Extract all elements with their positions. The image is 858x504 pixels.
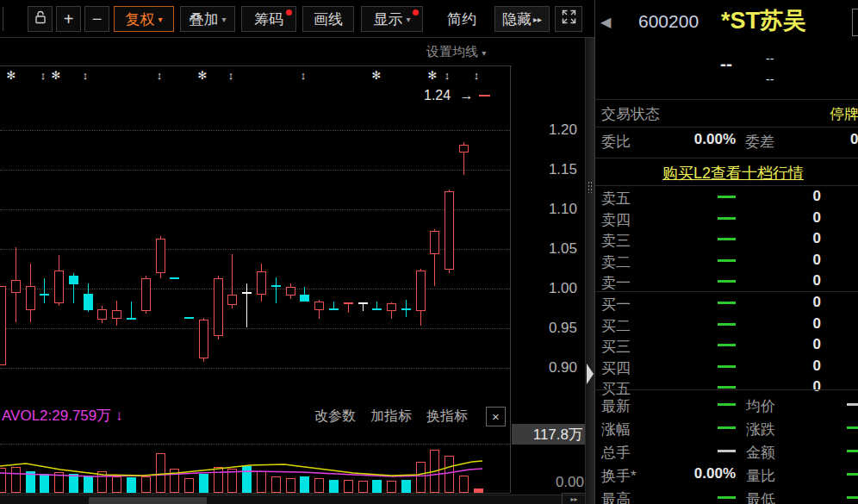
fullscreen-button[interactable] (555, 6, 582, 32)
display-button[interactable]: 显示 ▾ (361, 6, 423, 32)
price-dash (718, 344, 736, 346)
candle-body (199, 320, 208, 358)
price-tick-label: 0.95 (513, 320, 577, 337)
info-row: 涨幅涨跌 (595, 417, 858, 440)
candle-body (286, 287, 295, 296)
ex-rights-marker-icon[interactable]: ↕ (157, 69, 163, 82)
candle-body (372, 308, 382, 310)
zoom-out-button[interactable]: − (84, 6, 109, 32)
volume-bar (214, 467, 223, 493)
info-label: 总手 (601, 443, 631, 463)
queue-label: 卖五 (601, 189, 631, 208)
change-params-button[interactable]: 改参数 (314, 408, 356, 426)
buy-row[interactable]: 买二0 (595, 314, 858, 335)
expand-icon (562, 9, 576, 28)
queue-label: 买四 (601, 358, 631, 378)
info-row: 换手*0.00%量比 (595, 464, 858, 487)
horizontal-scrollbar[interactable] (0, 495, 586, 504)
annotation-price-tick (479, 95, 490, 96)
sell-row[interactable]: 卖四0 (595, 208, 858, 229)
ex-rights-marker-icon[interactable]: ↕ (40, 69, 47, 82)
announcement-marker-icon[interactable]: ✻ (7, 69, 16, 82)
display-label: 显示 (373, 9, 402, 29)
ma-settings-button[interactable]: 设置均线 ▾ (426, 44, 486, 60)
volume-min-label: 0.00 (517, 474, 584, 491)
sell-row[interactable]: 卖三0 (595, 229, 858, 250)
queue-volume-value: 0 (793, 230, 821, 247)
volume-bar (401, 480, 411, 493)
divider (595, 99, 858, 100)
switch-indicator-button[interactable]: 换指标 (426, 408, 468, 426)
sell-row[interactable]: 卖一0 (595, 271, 858, 292)
overlay-label: 叠加 (189, 9, 218, 29)
back-arrow-button[interactable]: ◀ (600, 14, 611, 30)
chart-header-divider (0, 65, 512, 66)
candle-body (445, 191, 454, 270)
sell-row[interactable]: 卖五0 (595, 187, 858, 208)
info-label: 均价 (746, 396, 775, 416)
buy-l2-link[interactable]: 购买L2查看十档行情 (595, 163, 858, 184)
queue-volume-value: 0 (793, 315, 821, 333)
price-tick-label: 1.05 (513, 240, 577, 258)
change-pct-placeholder: -- (766, 72, 774, 86)
candle-body (156, 239, 165, 273)
clipped-period-button[interactable] (852, 9, 858, 36)
candle-body (459, 145, 469, 152)
price-gridline (0, 328, 510, 329)
ex-rights-marker-icon[interactable]: ↕ (445, 69, 451, 82)
ex-rights-marker-icon[interactable]: ↕ (474, 69, 480, 82)
price-dash (718, 302, 736, 304)
chip-distribution-button[interactable]: 筹码 (241, 6, 296, 32)
volume-bar (11, 467, 21, 493)
divider (595, 127, 858, 128)
chevron-down-icon: ▾ (482, 48, 486, 58)
volume-bar (286, 478, 295, 493)
sell-row[interactable]: 卖二0 (595, 251, 858, 271)
divider (595, 158, 858, 159)
panel-splitter[interactable] (585, 38, 594, 504)
hide-button[interactable]: 隐藏 ▸▸ (494, 6, 550, 32)
announcement-marker-icon[interactable]: ✻ (198, 69, 208, 82)
scrollbar-handle[interactable] (89, 497, 207, 504)
draw-line-button[interactable]: 画线 (302, 6, 354, 32)
kline-chart-region[interactable] (0, 38, 594, 504)
volume-bar (459, 476, 469, 493)
announcement-marker-icon[interactable]: ✻ (428, 69, 438, 82)
scroll-right-button[interactable]: ▸▸ (562, 493, 587, 504)
lock-button[interactable] (28, 6, 53, 32)
close-indicator-button[interactable]: × (486, 407, 506, 426)
price-gridline (0, 130, 510, 131)
right-arrow-icon: → (460, 88, 474, 103)
candle-body (141, 278, 151, 311)
adjust-price-button[interactable]: 复权 ▾ (114, 6, 174, 32)
divider (595, 389, 858, 390)
candle-body (112, 310, 121, 319)
trade-status-value: 停牌 (830, 104, 858, 124)
ex-rights-marker-icon[interactable]: ↕ (228, 69, 234, 82)
overlay-button[interactable]: 叠加 ▾ (180, 6, 235, 32)
info-value-dash (847, 403, 858, 406)
ex-rights-marker-icon[interactable]: ↕ (83, 69, 89, 82)
buy-row[interactable]: 买一0 (595, 293, 858, 314)
candle-body (401, 308, 411, 310)
add-indicator-button[interactable]: 加指标 (370, 408, 412, 426)
zoom-in-button[interactable]: + (56, 6, 81, 32)
trade-status-label: 交易状态 (601, 104, 660, 124)
volume-bar (344, 480, 353, 493)
volume-bar (69, 474, 78, 493)
stock-name: *ST苏吴 (721, 5, 806, 36)
splitter-collapse-arrow[interactable] (587, 364, 594, 384)
buy-row[interactable]: 买三0 (595, 335, 858, 356)
buy-row[interactable]: 买四0 (595, 357, 858, 377)
announcement-marker-icon[interactable]: ✻ (52, 69, 61, 82)
candle-wick (246, 283, 247, 327)
chart-toolbar: + − 复权 ▾ 叠加 ▾ 筹码 画线 显示 ▾ 简约 隐藏 ▸▸ (0, 0, 594, 38)
queue-label: 卖一 (601, 273, 631, 293)
candle-wick (131, 302, 132, 319)
simple-mode-button[interactable]: 简约 (435, 6, 488, 32)
candle-body (300, 295, 309, 301)
candle-body (227, 295, 237, 305)
ex-rights-marker-icon[interactable]: ↕ (301, 69, 307, 82)
announcement-marker-icon[interactable]: ✻ (372, 69, 382, 82)
price-dash (718, 323, 736, 326)
